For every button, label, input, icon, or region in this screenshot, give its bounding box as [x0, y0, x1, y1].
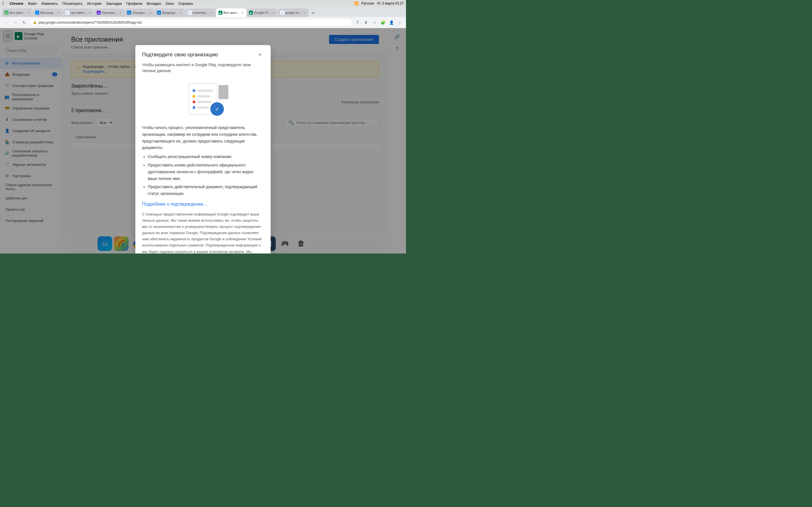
svg-point-23: [193, 89, 195, 92]
tab-label-1: Мессенд...: [40, 11, 56, 14]
tab-close-0[interactable]: ×: [27, 11, 31, 15]
apple-menu[interactable]: : [2, 1, 4, 6]
svg-text:▲: ▲: [97, 11, 100, 14]
forward-button[interactable]: →: [11, 18, 19, 26]
tab-4[interactable]: M Changes... ×: [125, 8, 154, 17]
tab-label-8: Google Pl...: [254, 11, 270, 14]
tab-label-0: Все прил...: [10, 11, 26, 14]
svg-text:✓: ✓: [215, 106, 220, 112]
secure-icon: 🔒: [33, 20, 37, 24]
language: Русская: [361, 1, 374, 5]
tab-3[interactable]: ▲ Приложе... ×: [94, 8, 124, 17]
more-icon[interactable]: ⋮: [396, 18, 404, 26]
tab-1[interactable]: m Мессенд... ×: [33, 8, 63, 17]
tab-label-9: google пл...: [285, 11, 302, 14]
tab-9[interactable]: G google пл... ×: [278, 8, 309, 17]
tab-close-6[interactable]: ×: [210, 11, 214, 15]
modal-info-text: С помощью предоставленной информации Goo…: [142, 212, 262, 253]
navbar-actions: T ⬆ ☆ 🧩 👤 ⋮: [354, 18, 404, 26]
menu-view[interactable]: Посмотреть: [63, 1, 83, 6]
tab-close-5[interactable]: ×: [179, 11, 183, 15]
tab-close-2[interactable]: ×: [88, 11, 92, 15]
svg-point-29: [193, 106, 195, 109]
tab-6[interactable]: G политика... ×: [186, 8, 216, 17]
main-area: ☰ ▶ Google Play Console ⊞ Все приложения: [0, 28, 406, 253]
tab-favicon-0: ▤: [4, 11, 8, 15]
tab-close-3[interactable]: ×: [118, 11, 122, 15]
address-bar[interactable]: 🔒 play.google.com/console/developers/776…: [29, 18, 352, 26]
modal-dialog: Подтвердите свою организацию × Чтобы раз…: [135, 45, 271, 253]
tab-close-7[interactable]: ×: [240, 11, 244, 15]
modal-intro: Чтобы начать процесс, уполномоченный пре…: [142, 124, 264, 151]
new-tab-button[interactable]: +: [309, 9, 317, 17]
tab-label-4: Changes...: [132, 11, 147, 14]
modal-section-1: Чтобы начать процесс, уполномоченный пре…: [142, 124, 264, 197]
modal-subtitle: Чтобы размещать контент в Google Play, п…: [142, 62, 264, 74]
document-illustration: ✓: [172, 81, 234, 117]
svg-text:M: M: [158, 11, 160, 14]
menu-tab[interactable]: Вкладка: [147, 1, 161, 6]
tab-close-4[interactable]: ×: [148, 11, 152, 15]
back-button[interactable]: ←: [2, 18, 10, 26]
modal-overlay[interactable]: Подтвердите свою организацию × Чтобы раз…: [0, 28, 406, 253]
modal-bullet-list: Сообщить регистрационный номер компании.…: [142, 154, 264, 197]
tabbar: ▤ Все прил... × m Мессенд... × G где най…: [0, 7, 406, 17]
tab-label-7: Все прил...: [223, 11, 239, 14]
tab-5[interactable]: M Входящи... ×: [155, 8, 185, 17]
svg-rect-31: [218, 85, 229, 99]
menubar-right: 📶 Русская Чт, 3 марта 01:27: [354, 1, 404, 5]
menu-bookmarks[interactable]: Закладки: [106, 1, 122, 6]
learn-more-link[interactable]: Подробнее о подтверждении…: [142, 202, 207, 207]
svg-rect-28: [197, 101, 211, 103]
svg-text:▤: ▤: [5, 11, 8, 14]
svg-rect-24: [197, 90, 213, 92]
svg-text:▶: ▶: [250, 11, 252, 14]
tab-8[interactable]: ▶ Google Pl... ×: [247, 8, 277, 17]
tab-label-6: политика...: [193, 11, 209, 14]
profile-icon[interactable]: 👤: [388, 18, 395, 26]
modal-header: Подтвердите свою организацию ×: [135, 45, 271, 62]
svg-text:G: G: [66, 11, 68, 14]
bullet-1: Сообщить регистрационный номер компании.: [148, 154, 264, 160]
tab-2[interactable]: G где найти... ×: [63, 8, 94, 17]
menu-help[interactable]: Справка: [179, 1, 193, 6]
tab-close-9[interactable]: ×: [303, 11, 306, 15]
menubar:  Chrome Файл Изменить Посмотреть Истори…: [0, 0, 406, 7]
browser-window: ▤ Все прил... × m Мессенд... × G где най…: [0, 7, 406, 253]
menu-edit[interactable]: Изменить: [42, 1, 58, 6]
tab-label-5: Входящи...: [162, 11, 177, 14]
bullet-3: Предоставить действительный документ, по…: [148, 184, 264, 197]
wifi-icon: 📶: [354, 1, 359, 5]
share-icon[interactable]: ⬆: [362, 18, 370, 26]
modal-close-button[interactable]: ×: [256, 51, 264, 59]
tab-0[interactable]: ▤ Все прил... ×: [2, 8, 33, 17]
extension-icon[interactable]: 🧩: [379, 18, 387, 26]
menu-file[interactable]: Файл: [28, 1, 37, 6]
modal-body: Чтобы размещать контент в Google Play, п…: [135, 62, 271, 253]
tab-close-1[interactable]: ×: [57, 11, 61, 15]
svg-text:M: M: [128, 11, 130, 14]
menu-history[interactable]: История: [87, 1, 101, 6]
app-name[interactable]: Chrome: [10, 1, 23, 6]
reload-button[interactable]: ↻: [20, 18, 28, 26]
svg-rect-26: [197, 95, 210, 98]
svg-text:G: G: [281, 11, 283, 14]
svg-text:G: G: [189, 11, 191, 14]
svg-point-27: [193, 101, 195, 103]
modal-title: Подтвердите свою организацию: [142, 52, 218, 58]
svg-text:▶: ▶: [219, 11, 221, 14]
translate-icon[interactable]: T: [354, 18, 361, 26]
svg-text:m: m: [36, 12, 38, 14]
tab-close-8[interactable]: ×: [271, 11, 275, 15]
bookmark-icon[interactable]: ☆: [370, 18, 378, 26]
menu-profiles[interactable]: Профили: [126, 1, 142, 6]
svg-point-25: [193, 95, 195, 98]
tab-label-3: Приложе...: [102, 11, 117, 14]
menu-window[interactable]: Окно: [165, 1, 174, 6]
url-text: play.google.com/console/developers/77620…: [39, 20, 142, 24]
datetime: Чт, 3 марта 01:27: [377, 1, 404, 5]
modal-illustration: ✓: [142, 79, 264, 119]
svg-rect-30: [197, 107, 209, 109]
tab-7[interactable]: ▶ Все прил... ×: [216, 8, 247, 17]
tab-label-2: где найти...: [70, 11, 87, 14]
